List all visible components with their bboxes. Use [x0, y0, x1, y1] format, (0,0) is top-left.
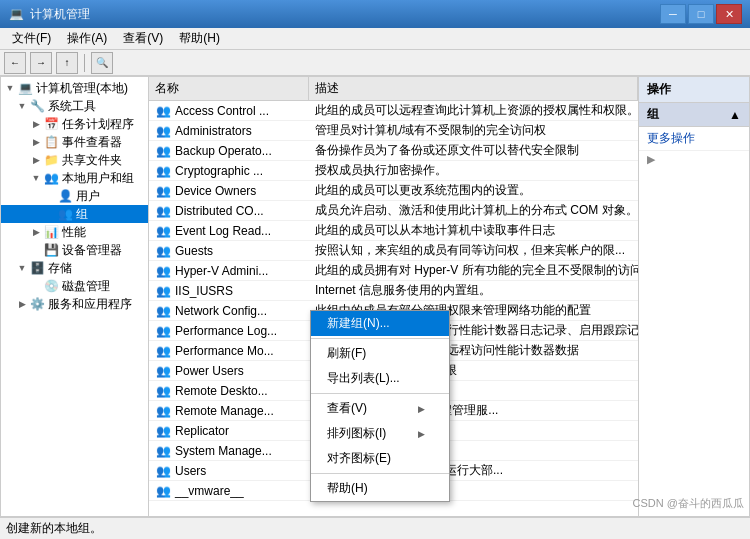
expand-icon: ▶: [29, 153, 43, 167]
ctx-arrow-view: ▶: [418, 404, 425, 414]
task-icon: 📅: [43, 116, 59, 132]
services-icon: ⚙️: [29, 296, 45, 312]
ctx-label-new-group: 新建组(N)...: [327, 315, 390, 332]
tree-label-storage: 存储: [48, 260, 72, 277]
ctx-item-arrange[interactable]: 排列图标(I) ▶: [311, 421, 449, 446]
expand-icon: [43, 189, 57, 203]
ctx-item-align[interactable]: 对齐图标(E): [311, 446, 449, 471]
tree-item-perf[interactable]: ▶ 📊 性能: [1, 223, 148, 241]
tree-panel: ▼ 💻 计算机管理(本地) ▼ 🔧 系统工具 ▶ 📅 任务计划程序 ▶ 📋 事件…: [1, 77, 149, 516]
group-icon: 👥: [155, 363, 171, 379]
more-actions-item[interactable]: 更多操作: [639, 127, 749, 151]
search-button[interactable]: 🔍: [91, 52, 113, 74]
tree-item-disk[interactable]: 💿 磁盘管理: [1, 277, 148, 295]
menu-action[interactable]: 操作(A): [59, 28, 115, 49]
ctx-label-refresh: 刷新(F): [327, 345, 366, 362]
row-desc: 授权成员执行加密操作。: [309, 161, 638, 180]
toolbar-separator: [84, 54, 85, 72]
tree-item-system[interactable]: ▼ 🔧 系统工具: [1, 97, 148, 115]
menu-bar: 文件(F) 操作(A) 查看(V) 帮助(H): [0, 28, 750, 50]
group-icon: 👥: [155, 123, 171, 139]
toolbar: ← → ↑ 🔍: [0, 50, 750, 76]
close-button[interactable]: ✕: [716, 4, 742, 24]
actions-collapse-icon[interactable]: ▲: [729, 108, 741, 122]
tree-item-services[interactable]: ▶ ⚙️ 服务和应用程序: [1, 295, 148, 313]
device-icon: 💾: [43, 242, 59, 258]
actions-header: 操作: [639, 77, 749, 103]
ctx-label-export: 导出列表(L)...: [327, 370, 400, 387]
group-icon: 👥: [155, 223, 171, 239]
row-name: Distributed CO...: [175, 204, 264, 218]
row-name: Cryptographic ...: [175, 164, 263, 178]
list-item[interactable]: 👥 Backup Operato... 备份操作员为了备份或还原文件可以替代安全…: [149, 141, 638, 161]
list-item[interactable]: 👥 Hyper-V Admini... 此组的成员拥有对 Hyper-V 所有功…: [149, 261, 638, 281]
tree-item-device[interactable]: 💾 设备管理器: [1, 241, 148, 259]
tree-label-users: 本地用户和组: [62, 170, 134, 187]
col-header-desc[interactable]: 描述: [309, 77, 638, 100]
group-icon: 👥: [155, 463, 171, 479]
back-button[interactable]: ←: [4, 52, 26, 74]
tree-item-share[interactable]: ▶ 📁 共享文件夹: [1, 151, 148, 169]
row-name: Remote Deskto...: [175, 384, 268, 398]
minimize-button[interactable]: ─: [660, 4, 686, 24]
context-menu: 新建组(N)... 刷新(F) 导出列表(L)... 查看(V) ▶ 排列图标(…: [310, 310, 450, 502]
list-item[interactable]: 👥 IIS_IUSRS Internet 信息服务使用的内置组。: [149, 281, 638, 301]
ctx-label-align: 对齐图标(E): [327, 450, 391, 467]
row-name: Remote Manage...: [175, 404, 274, 418]
tree-item-root[interactable]: ▼ 💻 计算机管理(本地): [1, 79, 148, 97]
list-item[interactable]: 👥 Distributed CO... 成员允许启动、激活和使用此计算机上的分布…: [149, 201, 638, 221]
tree-item-groups-sub[interactable]: 👥 组: [1, 205, 148, 223]
row-name: Access Control ...: [175, 104, 269, 118]
expand-icon: [43, 207, 57, 221]
ctx-item-new-group[interactable]: 新建组(N)...: [311, 311, 449, 336]
window-title: 计算机管理: [30, 6, 660, 23]
watermark: CSDN @奋斗的西瓜瓜: [633, 496, 744, 511]
ctx-item-refresh[interactable]: 刷新(F): [311, 341, 449, 366]
tree-item-task[interactable]: ▶ 📅 任务计划程序: [1, 115, 148, 133]
tree-label-task: 任务计划程序: [62, 116, 134, 133]
tree-item-users[interactable]: ▼ 👥 本地用户和组: [1, 169, 148, 187]
list-item[interactable]: 👥 Administrators 管理员对计算机/域有不受限制的完全访问权: [149, 121, 638, 141]
expand-icon: [29, 243, 43, 257]
tree-item-event[interactable]: ▶ 📋 事件查看器: [1, 133, 148, 151]
up-button[interactable]: ↑: [56, 52, 78, 74]
list-item[interactable]: 👥 Event Log Read... 此组的成员可以从本地计算机中读取事件日志: [149, 221, 638, 241]
tree-label-event: 事件查看器: [62, 134, 122, 151]
forward-button[interactable]: →: [30, 52, 52, 74]
tree-item-users-sub[interactable]: 👤 用户: [1, 187, 148, 205]
col-header-name[interactable]: 名称: [149, 77, 309, 100]
more-actions-arrow[interactable]: ▶: [639, 151, 749, 168]
tree-item-storage[interactable]: ▼ 🗄️ 存储: [1, 259, 148, 277]
maximize-button[interactable]: □: [688, 4, 714, 24]
group-icon: 👥: [155, 203, 171, 219]
expand-icon: ▶: [29, 135, 43, 149]
ctx-item-view[interactable]: 查看(V) ▶: [311, 396, 449, 421]
group-icon: 👥: [155, 323, 171, 339]
ctx-item-help[interactable]: 帮助(H): [311, 476, 449, 501]
computer-icon: 💻: [17, 80, 33, 96]
list-item[interactable]: 👥 Device Owners 此组的成员可以更改系统范围内的设置。: [149, 181, 638, 201]
group-icon: 👥: [155, 163, 171, 179]
menu-help[interactable]: 帮助(H): [171, 28, 228, 49]
row-desc: 按照认知，来宾组的成员有同等访问权，但来宾帐户的限...: [309, 241, 638, 260]
group-icon: 👥: [155, 183, 171, 199]
ctx-label-help: 帮助(H): [327, 480, 368, 497]
menu-file[interactable]: 文件(F): [4, 28, 59, 49]
status-text: 创建新的本地组。: [6, 520, 102, 537]
row-name: Guests: [175, 244, 213, 258]
ctx-item-export[interactable]: 导出列表(L)...: [311, 366, 449, 391]
list-item[interactable]: 👥 Guests 按照认知，来宾组的成员有同等访问权，但来宾帐户的限...: [149, 241, 638, 261]
tree-label-perf: 性能: [62, 224, 86, 241]
tree-label-disk: 磁盘管理: [62, 278, 110, 295]
list-header: 名称 描述: [149, 77, 638, 101]
tree-label-groups-sub: 组: [76, 206, 88, 223]
app-icon: 💻: [8, 6, 24, 22]
actions-subheader: 组 ▲: [639, 103, 749, 127]
tree-label-root: 计算机管理(本地): [36, 80, 128, 97]
menu-view[interactable]: 查看(V): [115, 28, 171, 49]
group-icon: 👥: [155, 303, 171, 319]
actions-panel: 操作 组 ▲ 更多操作 ▶: [639, 77, 749, 516]
group-icon: 👥: [155, 263, 171, 279]
list-item[interactable]: 👥 Access Control ... 此组的成员可以远程查询此计算机上资源的…: [149, 101, 638, 121]
list-item[interactable]: 👥 Cryptographic ... 授权成员执行加密操作。: [149, 161, 638, 181]
